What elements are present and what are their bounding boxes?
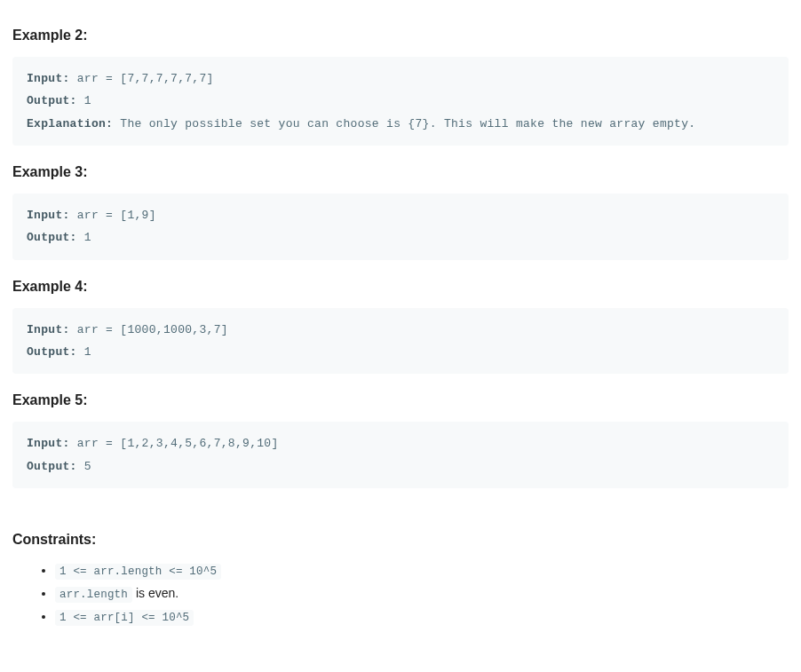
input-value: arr = [1,2,3,4,5,6,7,8,9,10]: [70, 437, 279, 450]
constraints-list: 1 <= arr.length <= 10^5 arr.length is ev…: [12, 561, 789, 626]
constraint-item: 1 <= arr.length <= 10^5: [55, 561, 789, 581]
constraint-item: 1 <= arr[i] <= 10^5: [55, 607, 789, 627]
input-label: Input:: [27, 209, 70, 222]
output-value: 1: [77, 94, 91, 107]
input-label: Input:: [27, 323, 70, 336]
constraint-code: 1 <= arr.length <= 10^5: [55, 564, 221, 580]
explanation-label: Explanation:: [27, 117, 113, 130]
output-label: Output:: [27, 460, 77, 473]
output-label: Output:: [27, 94, 77, 107]
explanation-value: The only possible set you can choose is …: [113, 117, 695, 130]
example-code-block: Input: arr = [7,7,7,7,7,7] Output: 1 Exp…: [12, 57, 789, 146]
example-code-block: Input: arr = [1000,1000,3,7] Output: 1: [12, 308, 789, 375]
constraint-code: arr.length: [55, 587, 132, 603]
example-heading: Example 5:: [12, 390, 789, 411]
input-label: Input:: [27, 72, 70, 85]
input-value: arr = [1000,1000,3,7]: [70, 323, 228, 336]
output-value: 5: [77, 460, 91, 473]
example-code-block: Input: arr = [1,9] Output: 1: [12, 194, 789, 260]
input-value: arr = [7,7,7,7,7,7]: [70, 72, 214, 85]
example-heading: Example 2:: [12, 25, 789, 46]
output-value: 1: [77, 345, 91, 359]
example-heading: Example 3:: [12, 162, 789, 183]
constraint-suffix: is even.: [132, 586, 178, 600]
output-label: Output:: [27, 345, 77, 359]
input-label: Input:: [27, 437, 70, 450]
constraint-item: arr.length is even.: [55, 584, 789, 604]
output-value: 1: [77, 231, 91, 244]
constraint-code: 1 <= arr[i] <= 10^5: [55, 610, 194, 626]
example-heading: Example 4:: [12, 276, 789, 297]
output-label: Output:: [27, 231, 77, 244]
input-value: arr = [1,9]: [70, 209, 156, 222]
example-code-block: Input: arr = [1,2,3,4,5,6,7,8,9,10] Outp…: [12, 422, 789, 488]
constraints-heading: Constraints:: [12, 529, 789, 550]
